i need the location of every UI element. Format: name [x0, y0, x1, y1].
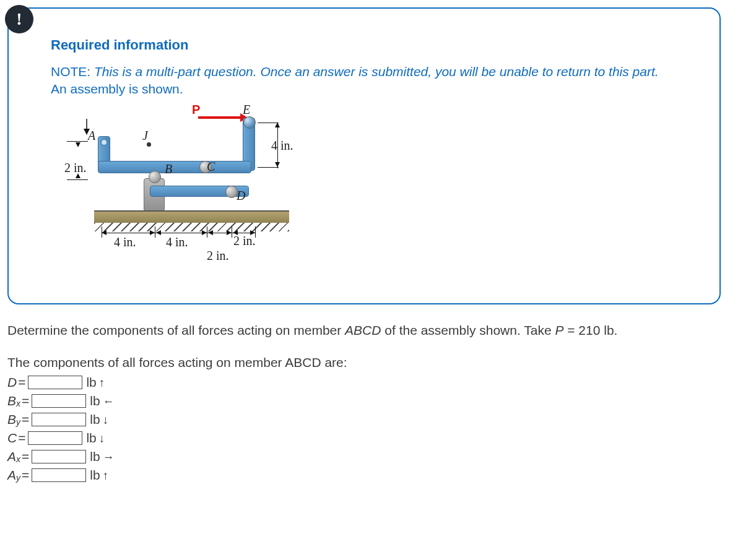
- pin-e: [243, 116, 256, 129]
- equals-sign: =: [22, 412, 29, 427]
- answer-input[interactable]: [32, 468, 86, 482]
- answer-subscript: x: [16, 454, 20, 464]
- answer-subscript: x: [16, 398, 20, 408]
- question-member: ABCD: [345, 323, 381, 337]
- required-info-box: ! Required information NOTE: This is a m…: [7, 7, 721, 304]
- direction-arrow-icon: ↓: [99, 433, 105, 444]
- answer-variable: A: [7, 449, 16, 464]
- dim-4in-1: 4 in.: [114, 235, 136, 249]
- dim-arrowhead: [227, 230, 232, 235]
- dim-arrowhead: [156, 230, 161, 235]
- alert-badge: !: [5, 5, 33, 33]
- dim-tick: [67, 141, 88, 142]
- label-j: J: [142, 129, 148, 143]
- answer-unit: lb: [90, 468, 100, 483]
- question-pvar: P: [555, 323, 563, 337]
- answer-subscript: y: [16, 473, 20, 483]
- direction-arrow-icon: ↑: [99, 377, 105, 389]
- point-j: [147, 142, 151, 147]
- dim-arrowhead: [202, 230, 207, 235]
- answer-variable: D: [7, 375, 17, 390]
- dim-arrowhead: [275, 123, 280, 127]
- answers-block: D = lb↑Bx = lb←By = lb↓C = lb↓Ax = lb→Ay…: [7, 374, 721, 484]
- alert-icon: !: [16, 9, 22, 29]
- load-a-arrow: [82, 119, 92, 135]
- answer-variable: A: [7, 468, 16, 483]
- dim-arrowhead: [150, 230, 155, 235]
- answer-variable: C: [7, 431, 17, 446]
- dim-tick: [258, 167, 279, 168]
- answer-unit: lb: [90, 394, 100, 408]
- dim-2in-3: 2 in.: [233, 234, 256, 248]
- dim-arrowhead: [208, 230, 213, 235]
- label-b: B: [165, 162, 172, 176]
- sub-pre: The components of all forces acting on m…: [7, 355, 285, 369]
- answer-input[interactable]: [32, 413, 86, 426]
- dim-arrowhead: [76, 142, 80, 147]
- equals-sign: =: [22, 449, 29, 464]
- direction-arrow-icon: →: [103, 451, 115, 463]
- answer-row: By = lb↓: [7, 411, 721, 428]
- force-p-arrow: [198, 116, 241, 119]
- answer-input[interactable]: [28, 376, 82, 389]
- dim-tick: [67, 179, 88, 180]
- label-d: D: [237, 189, 245, 203]
- dim-tick: [232, 226, 232, 238]
- question-pre: Determine the components of all forces a…: [7, 323, 345, 337]
- answer-variable: B: [7, 412, 16, 427]
- answer-row: D = lb↑: [7, 374, 721, 391]
- dim-4in-right: 4 in.: [271, 139, 293, 153]
- equals-sign: =: [18, 375, 25, 390]
- dim-tick: [207, 226, 207, 238]
- answer-subscript: y: [16, 417, 20, 427]
- ground: [94, 210, 289, 223]
- direction-arrow-icon: ↓: [103, 414, 109, 426]
- question-mid: of the assembly shown. Take: [381, 323, 555, 337]
- answer-unit: lb: [90, 449, 100, 464]
- member-horizontal-upper: [98, 161, 251, 173]
- required-info-title: Required information: [51, 37, 701, 53]
- assembly-line: An assembly is shown.: [51, 82, 701, 97]
- direction-arrow-icon: ↑: [103, 470, 109, 481]
- equals-sign: =: [18, 431, 25, 446]
- dim-2in-left: 2 in.: [64, 161, 87, 175]
- pin-d: [225, 186, 238, 198]
- hole-a: [100, 139, 108, 146]
- label-p: P: [192, 103, 200, 117]
- dim-tick: [155, 226, 155, 238]
- note-line: NOTE: This is a multi-part question. Onc…: [51, 64, 701, 79]
- equals-sign: =: [22, 468, 29, 483]
- answer-unit: lb: [86, 431, 96, 446]
- dim-line: [102, 233, 255, 233]
- question-pval: = 210 lb.: [563, 323, 617, 337]
- pin-b: [149, 171, 161, 183]
- ground-hatch: [94, 223, 289, 231]
- question-text: Determine the components of all forces a…: [7, 323, 721, 338]
- answer-row: C = lb↓: [7, 429, 721, 447]
- label-e: E: [243, 103, 250, 117]
- answer-input[interactable]: [32, 450, 86, 463]
- answer-row: Bx = lb←: [7, 392, 721, 410]
- note-label: NOTE:: [51, 64, 90, 79]
- answer-unit: lb: [90, 412, 100, 427]
- equals-sign: =: [22, 394, 29, 408]
- answer-variable: B: [7, 394, 16, 408]
- dim-4in-2: 4 in.: [166, 235, 188, 249]
- answer-input[interactable]: [32, 394, 86, 408]
- assembly-figure: P E A J B C D: [63, 105, 701, 278]
- svg-marker-1: [84, 129, 90, 135]
- answer-row: Ay = lb↑: [7, 467, 721, 484]
- dim-arrowhead: [275, 162, 280, 167]
- dim-arrowhead: [102, 230, 106, 235]
- answer-unit: lb: [86, 375, 96, 390]
- direction-arrow-icon: ←: [103, 395, 115, 407]
- label-c: C: [207, 160, 215, 174]
- note-text: This is a multi-part question. Once an a…: [94, 64, 659, 79]
- sub-post: are:: [321, 355, 347, 369]
- answer-input[interactable]: [28, 431, 82, 445]
- answer-row: Ax = lb→: [7, 448, 721, 465]
- dim-2in-4: 2 in.: [207, 249, 229, 263]
- components-intro: The components of all forces acting on m…: [7, 355, 721, 370]
- sub-member: ABCD: [285, 355, 321, 369]
